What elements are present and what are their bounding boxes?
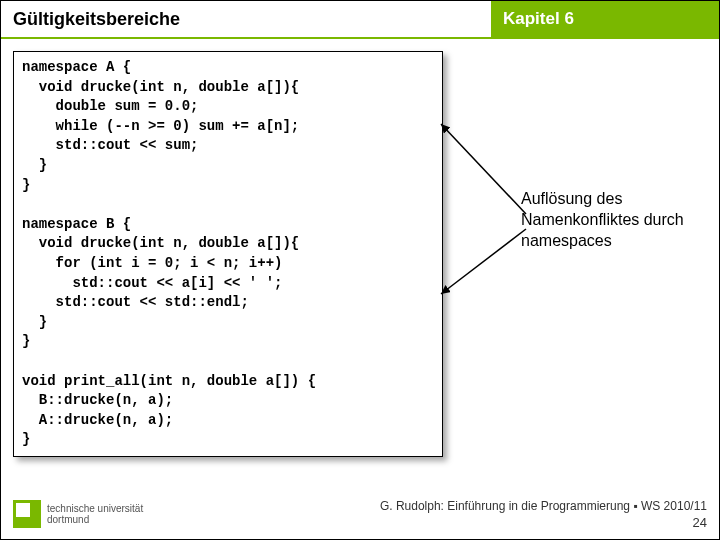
slide-header: Gültigkeitsbereiche Kapitel 6 bbox=[1, 1, 719, 39]
footer-credit-block: G. Rudolph: Einführung in die Programmie… bbox=[380, 499, 707, 530]
logo-line1: technische universität bbox=[47, 503, 143, 514]
credit-line: G. Rudolph: Einführung in die Programmie… bbox=[380, 499, 707, 513]
page-number: 24 bbox=[380, 515, 707, 530]
code-listing: namespace A { void drucke(int n, double … bbox=[13, 51, 443, 457]
logo-line2: dortmund bbox=[47, 514, 143, 525]
svg-line-1 bbox=[441, 229, 526, 294]
slide-footer: technische universität dortmund G. Rudol… bbox=[1, 489, 719, 539]
tu-logo-icon bbox=[13, 500, 41, 528]
university-logo: technische universität dortmund bbox=[13, 500, 143, 528]
slide-content: namespace A { void drucke(int n, double … bbox=[1, 39, 719, 469]
svg-line-0 bbox=[441, 124, 526, 214]
university-name: technische universität dortmund bbox=[47, 503, 143, 525]
slide-title: Gültigkeitsbereiche bbox=[1, 1, 491, 39]
chapter-label: Kapitel 6 bbox=[491, 1, 719, 39]
annotation-text: Auflösung des Namenkonfliktes durch name… bbox=[521, 189, 701, 251]
